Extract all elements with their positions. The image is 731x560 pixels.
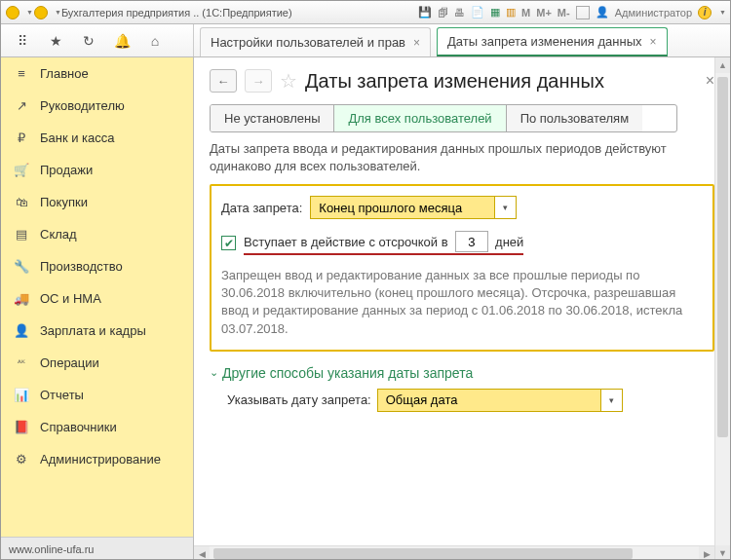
user-icon: 👤 [596, 6, 609, 19]
delay-checkbox[interactable]: ✔ [221, 236, 236, 250]
forward-button[interactable]: → [245, 69, 272, 93]
scroll-thumb[interactable] [717, 77, 728, 437]
sidebar-item-purchases[interactable]: 🛍Покупки [1, 186, 193, 218]
delay-label-pre: Вступает в действие с отсрочкой в [244, 235, 448, 249]
print-preview-icon[interactable]: 🗐 [438, 7, 448, 19]
toolbar: ⠿ ★ ↻ 🔔 ⌂ Настройки пользователей и прав… [1, 24, 730, 57]
operations-icon: ᴬᴷ [13, 358, 30, 368]
show-date-label: Указывать дату запрета: [227, 392, 371, 407]
toolbar-left: ⠿ ★ ↻ 🔔 ⌂ [1, 24, 194, 56]
logo-1c-icon [5, 5, 20, 20]
book-icon: 📕 [13, 420, 30, 434]
titlebar: ▼ ▼ Бухгалтерия предприятия .. (1С:Предп… [1, 1, 730, 24]
delay-days-input[interactable] [455, 231, 488, 252]
memory-mminus-icon[interactable]: M- [558, 7, 570, 19]
favorite-star-icon[interactable]: ☆ [280, 69, 297, 93]
settings-frame: Дата запрета: ▾ ✔ Вступает в действие с … [210, 184, 714, 352]
logo-dropdown-icon[interactable]: ▼ [26, 9, 33, 16]
show-date-input[interactable] [377, 389, 601, 412]
close-icon[interactable]: × [706, 72, 714, 90]
mode-tabs: Не установлены Для всех пользователей По… [210, 104, 677, 132]
panel-toggle-icon[interactable] [576, 6, 590, 19]
deny-date-label: Дата запрета: [221, 201, 302, 215]
info-dropdown-icon[interactable]: ▼ [719, 9, 726, 16]
sidebar-footer: www.online-ufa.ru [1, 537, 193, 560]
calculator-icon[interactable]: ▥ [506, 6, 516, 19]
page-title: Даты запрета изменения данных [305, 70, 604, 93]
star-icon[interactable]: ★ [48, 33, 63, 49]
calendar-icon[interactable]: ▦ [490, 6, 500, 19]
sidebar-item-sales[interactable]: 🛒Продажи [1, 154, 193, 186]
sidebar-item-operations[interactable]: ᴬᴷОперации [1, 347, 193, 379]
other-ways-label: Другие способы указания даты запрета [222, 365, 473, 381]
tab-deny-dates[interactable]: Даты запрета изменения данных × [437, 27, 668, 56]
sidebar-item-label: Склад [40, 227, 77, 242]
app-title: Бухгалтерия предприятия .. (1С:Предприят… [61, 7, 292, 19]
cart-icon: 🛒 [13, 163, 30, 177]
sidebar-item-bank[interactable]: ₽Банк и касса [1, 122, 193, 154]
sidebar-item-refs[interactable]: 📕Справочники [1, 411, 193, 443]
apps-grid-icon[interactable]: ⠿ [15, 33, 30, 49]
other-ways-toggle[interactable]: ⌄ Другие способы указания даты запрета [210, 365, 714, 381]
scroll-right-icon[interactable]: ▶ [699, 546, 714, 560]
person-icon: 👤 [13, 323, 30, 338]
chevron-down-icon[interactable]: ▾ [601, 389, 623, 412]
home-icon[interactable]: ⌂ [147, 33, 163, 49]
sidebar-item-label: Администрирование [40, 452, 161, 467]
sidebar-item-label: Продажи [40, 163, 93, 177]
sidebar: ≡Главное ↗Руководителю ₽Банк и касса 🛒Пр… [1, 57, 194, 560]
sidebar-item-hr[interactable]: 👤Зарплата и кадры [1, 315, 193, 347]
sidebar-item-production[interactable]: 🔧Производство [1, 250, 193, 282]
tab-bar: Настройки пользователей и прав × Даты за… [194, 24, 730, 56]
ruble-icon: ₽ [13, 131, 30, 145]
bell-icon[interactable]: 🔔 [114, 33, 130, 49]
scroll-left-icon[interactable]: ◀ [194, 546, 210, 560]
info-icon[interactable]: i [698, 6, 712, 19]
content-header: ← → ☆ Даты запрета изменения данных × [210, 69, 714, 93]
close-icon[interactable]: × [650, 35, 657, 49]
sidebar-item-label: Отчеты [40, 388, 84, 402]
history-icon[interactable]: ↻ [81, 33, 96, 49]
sidebar-item-main[interactable]: ≡Главное [1, 57, 193, 90]
scroll-up-icon[interactable]: ▲ [715, 57, 730, 73]
sidebar-item-warehouse[interactable]: ▤Склад [1, 218, 193, 250]
deny-date-input[interactable] [310, 196, 495, 219]
chevron-down-icon: ⌄ [210, 366, 218, 379]
mode-tab-all-users[interactable]: Для всех пользователей [334, 105, 506, 131]
scroll-thumb[interactable] [213, 548, 633, 559]
compare-icon[interactable]: 📄 [471, 6, 484, 19]
sidebar-item-assets[interactable]: 🚚ОС и НМА [1, 282, 193, 315]
barchart-icon: 📊 [13, 388, 30, 402]
sidebar-item-admin[interactable]: ⚙Администрирование [1, 443, 193, 475]
show-date-combo[interactable]: ▾ [377, 389, 623, 412]
close-icon[interactable]: × [413, 36, 420, 50]
sidebar-item-label: Операции [40, 355, 99, 370]
delay-row: Вступает в действие с отсрочкой в дней [244, 231, 523, 255]
print-icon[interactable]: 🖶 [454, 7, 465, 19]
save-icon[interactable]: 💾 [418, 6, 432, 19]
orb-icon[interactable] [33, 5, 49, 20]
chart-up-icon: ↗ [13, 98, 30, 113]
boxes-icon: ▤ [13, 227, 30, 242]
user-name[interactable]: Администратор [615, 7, 692, 19]
tab-settings-users[interactable]: Настройки пользователей и прав × [200, 27, 431, 56]
orb-dropdown-icon[interactable]: ▼ [55, 9, 61, 16]
back-button[interactable]: ← [210, 69, 237, 93]
deny-info-text: Запрещен ввод и редактирование данных за… [221, 267, 703, 338]
horizontal-scrollbar[interactable]: ◀ ▶ [194, 545, 714, 560]
truck-icon: 🚚 [13, 291, 30, 306]
vertical-scrollbar[interactable]: ▲ ▼ [714, 57, 730, 560]
sidebar-item-label: Справочники [40, 420, 117, 434]
scroll-down-icon[interactable]: ▼ [715, 545, 730, 560]
gear-icon: ⚙ [13, 452, 30, 467]
memory-mplus-icon[interactable]: M+ [536, 7, 552, 19]
mode-tab-by-user[interactable]: По пользователям [507, 105, 642, 131]
chevron-down-icon[interactable]: ▾ [495, 196, 517, 219]
mode-tab-none[interactable]: Не установлены [211, 105, 334, 131]
sidebar-item-manager[interactable]: ↗Руководителю [1, 90, 193, 122]
sidebar-item-label: Главное [40, 66, 89, 81]
deny-date-combo[interactable]: ▾ [310, 196, 517, 219]
sidebar-item-reports[interactable]: 📊Отчеты [1, 379, 193, 411]
sidebar-item-label: Производство [40, 259, 123, 274]
memory-m-icon[interactable]: M [521, 7, 530, 19]
